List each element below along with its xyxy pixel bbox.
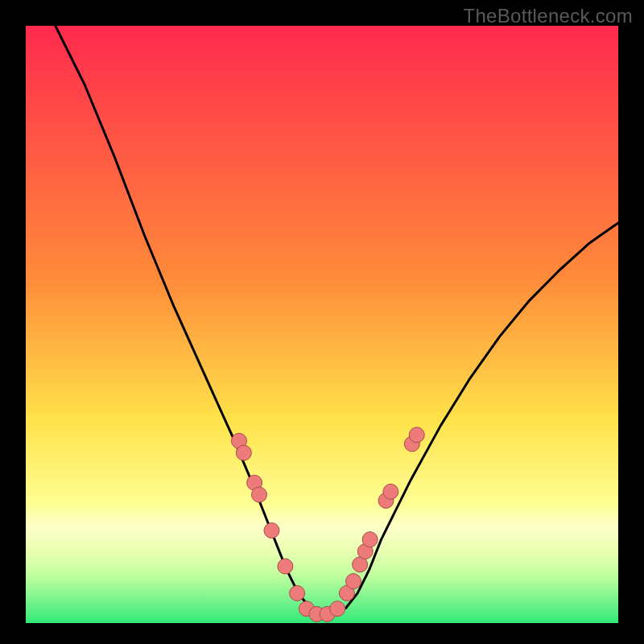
- data-marker: [346, 574, 361, 589]
- data-marker: [330, 601, 345, 617]
- data-marker: [290, 585, 305, 601]
- data-marker: [251, 487, 266, 502]
- gradient-background: [26, 26, 618, 623]
- data-marker: [383, 484, 398, 499]
- watermark-text: TheBottleneck.com: [463, 5, 633, 27]
- chart-svg: [26, 26, 618, 623]
- data-marker: [278, 559, 293, 574]
- data-marker: [236, 445, 251, 460]
- chart-container: TheBottleneck.com: [0, 0, 644, 644]
- data-marker: [409, 427, 424, 443]
- plot-area: [26, 26, 618, 623]
- data-marker: [362, 532, 378, 547]
- data-marker: [264, 522, 279, 538]
